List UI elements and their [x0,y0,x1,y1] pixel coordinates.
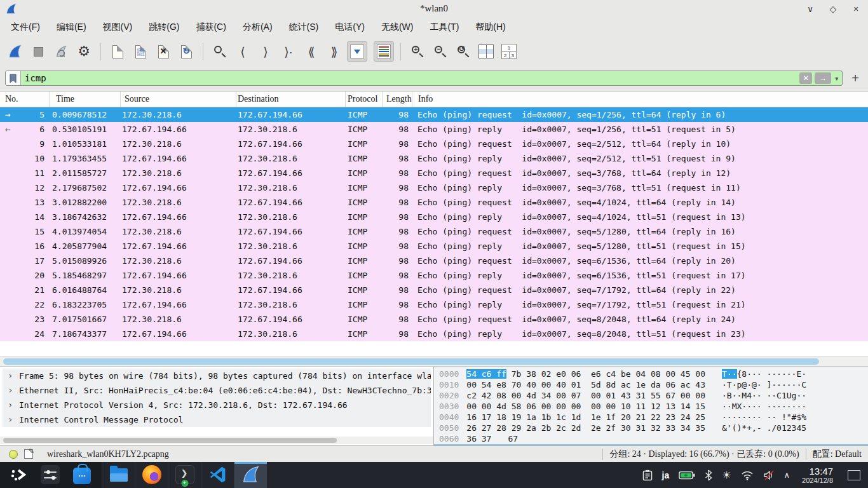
expand-arrow-icon[interactable]: › [8,369,13,383]
packet-row[interactable]: 154.013974054172.30.218.6 172.67.194.66I… [0,224,868,239]
tray-expand-chevron[interactable]: ∧ [784,470,790,480]
terminal-taskbar-item[interactable]: ❯+ [168,462,201,488]
menu-item[interactable]: 文件(F) [3,19,48,36]
show-desktop-button[interactable] [848,470,860,480]
firefox-taskbar-item[interactable] [135,462,168,488]
menu-item[interactable]: 电话(Y) [327,19,373,36]
close-button[interactable]: × [850,4,862,14]
packet-row[interactable]: 101.179363455172.67.194.66 172.30.218.6I… [0,151,868,166]
capture-options-button[interactable]: ⚙ [74,41,94,62]
menu-item[interactable]: 分析(A) [234,19,281,36]
maximize-button[interactable]: ◇ [827,4,839,14]
menu-item[interactable]: 跳转(G) [140,19,187,36]
wifi-icon[interactable] [741,470,754,480]
packet-row[interactable]: 247.186743377172.67.194.66 172.30.218.6I… [0,327,868,341]
colorize-button[interactable] [374,41,394,62]
stop-capture-button[interactable] [28,41,48,62]
save-file-button[interactable]: 010101100011 [130,41,151,62]
hex-dump-row[interactable]: 0020c2 42 08 00 4d 34 00 07 00 01 43 31 … [434,390,868,401]
menu-item[interactable]: 视图(V) [95,19,141,36]
filter-apply-button[interactable]: → [815,72,831,84]
packet-row[interactable]: 133.012882200172.30.218.6 172.67.194.66I… [0,195,868,210]
file-manager-taskbar-item[interactable] [102,462,135,488]
profile-label[interactable]: 配置: Default [813,449,862,460]
battery-icon[interactable] [679,471,695,480]
packet-row[interactable]: 205.185468297172.67.194.66 172.30.218.6I… [0,268,868,283]
menu-item[interactable]: 统计(S) [281,19,327,36]
vscode-taskbar-item[interactable] [201,462,234,488]
zoom-reset-button[interactable]: ↺ [453,41,473,62]
column-length[interactable]: Length [383,92,412,107]
expand-arrow-icon[interactable]: › [8,412,13,427]
settings-icon[interactable] [41,465,60,484]
detail-tree-row[interactable]: ›Ethernet II, Src: HonHaiPrecis_c4:be:04… [3,383,431,398]
wireshark-taskbar-item[interactable] [234,462,267,488]
packet-row[interactable]: → 50.009678512172.30.218.6 172.67.194.66… [0,107,868,122]
detail-tree-row[interactable]: ›Frame 5: 98 bytes on wire (784 bits), 9… [3,369,431,383]
go-forward-button[interactable]: ⟩ [255,41,276,62]
packet-row[interactable]: 164.205877904172.67.194.66 172.30.218.6I… [0,239,868,254]
clock[interactable]: 13:47 2024/12/8 [802,466,833,485]
filter-add-button[interactable]: + [848,71,863,86]
brightness-icon[interactable]: ☀ [722,469,731,481]
column-protocol[interactable]: Protocol [346,92,383,107]
column-destination[interactable]: Destination [236,92,346,107]
auto-scroll-button[interactable] [347,41,367,62]
start-capture-button[interactable] [5,41,25,62]
hex-dump-row[interactable]: 003000 00 4d 58 06 00 00 00 00 00 10 11 … [434,401,868,412]
resize-columns-button[interactable] [476,41,496,62]
app-store-icon[interactable]: ··· [73,468,91,484]
hex-dump-row[interactable]: 001000 54 e8 70 40 00 40 01 5d 8d ac 1e … [434,379,868,390]
column-time[interactable]: Time [50,92,121,107]
filter-dropdown-caret[interactable]: ▾ [835,75,838,82]
zoom-out-button[interactable]: − [430,41,451,62]
layout-button[interactable]: 123 [499,41,519,62]
detail-tree-row[interactable]: ›Internet Control Message Protocol [3,412,431,427]
launcher-icon[interactable] [11,468,27,482]
detail-tree-row[interactable]: ›Internet Protocol Version 4, Src: 172.3… [3,398,431,412]
minimize-button[interactable]: ∨ [804,4,816,14]
last-packet-button[interactable]: ⟫ [324,41,344,62]
hex-dump-row[interactable]: 005026 27 28 29 2a 2b 2c 2d 2e 2f 30 31 … [434,423,868,433]
menu-item[interactable]: 捕获(C) [187,19,234,36]
column-info[interactable]: Info [412,92,868,107]
open-file-button[interactable] [107,41,128,62]
find-packet-button[interactable] [210,41,230,62]
packet-row[interactable]: 237.017501667172.30.218.6 172.67.194.66I… [0,312,868,327]
packet-list-hscroll-thumb[interactable] [3,358,819,365]
volume-muted-icon[interactable] [763,470,775,480]
packet-row[interactable]: 143.186742632172.67.194.66 172.30.218.6I… [0,210,868,224]
filter-bookmark-button[interactable] [6,71,21,85]
go-back-button[interactable]: ⟨ [233,41,253,62]
menu-item[interactable]: 帮助(H) [467,19,513,36]
restart-capture-button[interactable] [51,41,71,62]
column-source[interactable]: Source [121,92,236,107]
packet-row[interactable]: ← 60.530105191172.67.194.66 172.30.218.6… [0,122,868,137]
expert-info-icon[interactable] [9,450,18,459]
hex-dump-row[interactable]: 000054 c6 ff 7b 38 02 e0 06 e6 c4 be 04 … [434,369,868,379]
menu-item[interactable]: 工具(T) [421,19,467,36]
packet-row[interactable]: 226.183223705172.67.194.66 172.30.218.6I… [0,297,868,312]
first-packet-button[interactable]: ⟪ [301,41,322,62]
packet-row[interactable]: 91.010533181172.30.218.6 172.67.194.66IC… [0,137,868,151]
go-to-packet-button[interactable]: ⟩· [278,41,299,62]
hex-dump-row[interactable]: 006036 3767 [434,433,868,444]
expand-arrow-icon[interactable]: › [8,398,13,412]
packet-row[interactable]: 122.179687502172.67.194.66 172.30.218.6I… [0,180,868,195]
packet-row[interactable]: 175.015089926172.30.218.6 172.67.194.66I… [0,254,868,268]
menu-item[interactable]: 无线(W) [373,19,422,36]
packet-row[interactable]: 112.011585727172.30.218.6 172.67.194.66I… [0,166,868,180]
bluetooth-icon[interactable] [705,470,712,481]
filter-clear-button[interactable]: ✕ [799,72,812,84]
menu-item[interactable]: 编辑(E) [48,19,95,36]
column-no[interactable]: No. [0,92,50,107]
hex-dump-row[interactable]: 004016 17 18 19 1a 1b 1c 1d 1e 1f 20 21 … [434,412,868,423]
packet-row[interactable]: 216.016488764172.30.218.6 172.67.194.66I… [0,283,868,297]
input-method-indicator[interactable]: ja [662,470,670,480]
close-file-button[interactable]: ✕ [153,41,173,62]
expand-arrow-icon[interactable]: › [8,383,13,398]
detail-hscroll-thumb[interactable] [3,438,337,443]
display-filter-input[interactable] [21,71,799,85]
clipboard-icon[interactable] [642,470,653,481]
reload-file-button[interactable]: ↻ [176,41,196,62]
